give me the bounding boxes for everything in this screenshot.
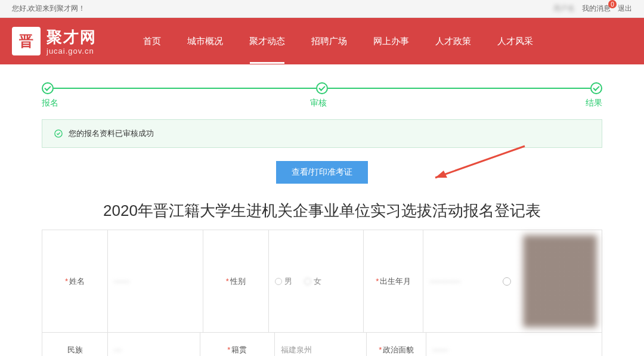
- nav-online[interactable]: 网上办事: [363, 19, 420, 64]
- check-circle-icon: [54, 129, 63, 138]
- main-header: 晋 聚才网 jucai.gov.cn 首页 城市概况 聚才动态 招聘广场 网上办…: [0, 18, 644, 64]
- svg-marker-2: [435, 171, 447, 178]
- nav-talent[interactable]: 人才风采: [487, 19, 544, 64]
- gender-field[interactable]: 男 女: [269, 230, 364, 332]
- progress-step-icon: [42, 82, 54, 94]
- political-label: 政治面貌: [379, 345, 414, 355]
- print-row: 查看/打印准考证: [42, 161, 602, 184]
- form-title: 2020年晋江籍大学生进机关企事业单位实习选拔活动报名登记表: [42, 200, 602, 221]
- nav-news[interactable]: 聚才动态: [239, 19, 296, 64]
- progress-line: [328, 88, 590, 89]
- step-label: 报名: [42, 98, 58, 109]
- ethnic-label: 民族: [67, 345, 83, 355]
- origin-label: 籍贯: [227, 345, 247, 355]
- ethnic-field[interactable]: —: [108, 333, 200, 356]
- form-row-1: 姓名 —— 性别 男 女 出生年月 ————: [42, 230, 602, 333]
- print-ticket-button[interactable]: 查看/打印准考证: [276, 161, 368, 184]
- logo-title: 聚才网: [47, 27, 97, 48]
- birth-label: 出生年月: [376, 276, 411, 287]
- welcome-text: 您好,欢迎来到聚才网！: [12, 4, 85, 14]
- gender-label: 性别: [226, 276, 246, 287]
- nav-policy[interactable]: 人才政策: [425, 19, 482, 64]
- political-field[interactable]: ——: [426, 333, 518, 356]
- form-row-2: 民族 — 籍贯 福建泉州 政治面貌 ——: [42, 333, 602, 356]
- photo-cell: [518, 230, 602, 332]
- progress-labels: 报名 审核 结果: [42, 98, 602, 109]
- logout-link[interactable]: 退出: [618, 4, 632, 14]
- user-name[interactable]: 用户名: [553, 4, 575, 14]
- logo-icon: 晋: [12, 27, 41, 55]
- top-bar-right: 用户名 我的消息 0 退出: [553, 4, 632, 14]
- nav-home[interactable]: 首页: [132, 19, 172, 64]
- annotation-arrow-icon: [423, 143, 531, 185]
- progress-bar: [42, 82, 602, 94]
- success-text: 您的报名资料已审核成功: [69, 128, 154, 139]
- svg-line-1: [435, 146, 525, 178]
- gender-male-radio[interactable]: 男: [275, 276, 292, 287]
- site-logo[interactable]: 晋 聚才网 jucai.gov.cn: [12, 27, 97, 55]
- birth-field[interactable]: ————: [423, 230, 518, 332]
- nav-city[interactable]: 城市概况: [177, 19, 234, 64]
- origin-field[interactable]: 福建泉州: [275, 333, 367, 356]
- name-label: 姓名: [65, 276, 85, 287]
- progress-step-icon: [316, 82, 328, 94]
- step-label: 审核: [310, 98, 327, 109]
- nav-jobs[interactable]: 招聘广场: [301, 19, 358, 64]
- content-area: 报名 审核 结果 您的报名资料已审核成功 查看/打印准考证 2020年晋江籍大学…: [0, 64, 644, 356]
- main-nav: 首页 城市概况 聚才动态 招聘广场 网上办事 人才政策 人才风采: [132, 19, 544, 64]
- name-field[interactable]: ——: [108, 230, 203, 332]
- gender-female-radio[interactable]: 女: [304, 276, 321, 287]
- top-bar: 您好,欢迎来到聚才网！ 用户名 我的消息 0 退出: [0, 0, 644, 18]
- messages-link[interactable]: 我的消息 0: [582, 4, 611, 14]
- step-label: 结果: [586, 98, 602, 109]
- badge-count: 0: [608, 0, 617, 8]
- registration-form: 姓名 —— 性别 男 女 出生年月 ———— 民族 — 籍贯 福建泉州 政治面貌…: [42, 230, 602, 356]
- photo-preview[interactable]: [523, 235, 597, 327]
- logo-subtitle: jucai.gov.cn: [47, 47, 97, 55]
- progress-line: [54, 88, 316, 89]
- progress-step-icon: [590, 82, 602, 94]
